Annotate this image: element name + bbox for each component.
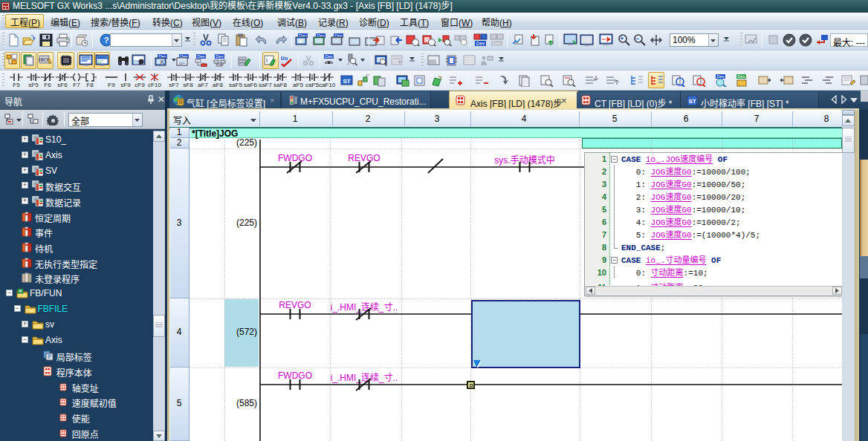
svg-text:I: I — [266, 57, 268, 64]
svg-text:Dev: Dev — [493, 41, 502, 46]
svg-text:Dev: Dev — [737, 74, 745, 79]
svg-text:Dev: Dev — [325, 54, 333, 59]
svg-text:−: − — [635, 35, 639, 42]
svg-text:Dev: Dev — [216, 54, 224, 59]
svg-text:I/o: I/o — [281, 55, 288, 62]
svg-text:Dev: Dev — [476, 41, 485, 46]
svg-text:ST: ST — [343, 78, 350, 85]
svg-text:?: ? — [104, 36, 109, 45]
svg-text:Dev: Dev — [716, 74, 725, 79]
svg-text:K: K — [161, 59, 164, 65]
svg-text:ST: ST — [688, 98, 696, 105]
svg-text:+: + — [620, 35, 624, 42]
svg-text:Dev: Dev — [197, 54, 205, 59]
